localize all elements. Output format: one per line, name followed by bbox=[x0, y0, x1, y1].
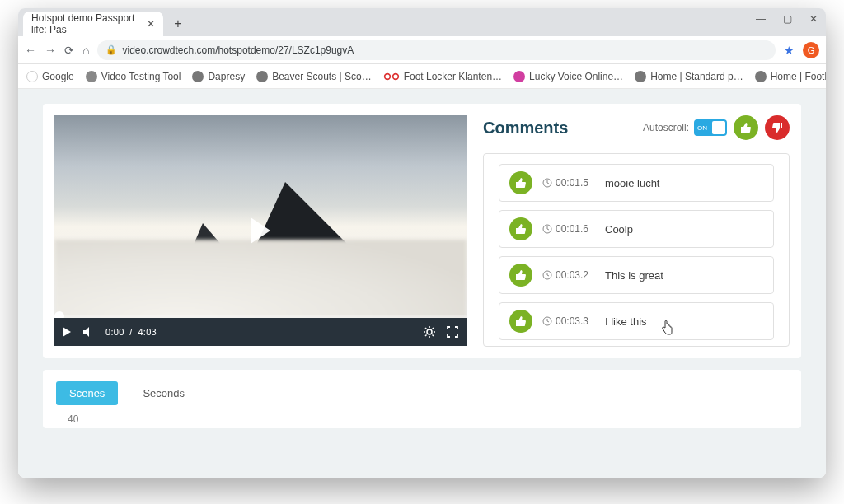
bookmark-item[interactable]: Dapresy bbox=[192, 71, 245, 82]
favicon-icon bbox=[192, 71, 204, 82]
bookmark-label: Google bbox=[42, 71, 74, 82]
scenes-tabs: Scenes Seconds bbox=[56, 381, 788, 405]
window-controls: — ▢ ✕ bbox=[755, 13, 819, 25]
timestamp-text: 00:03.3 bbox=[556, 315, 588, 327]
bookmarks-bar: Google Video Testing Tool Dapresy Beaver… bbox=[18, 64, 826, 89]
comment-item[interactable]: 00:01.6 Coolp bbox=[499, 210, 774, 248]
bookmark-label: Foot Locker Klanten… bbox=[404, 71, 502, 82]
current-time: 0:00 bbox=[106, 327, 124, 337]
forward-icon[interactable]: → bbox=[45, 44, 56, 57]
svg-line-8 bbox=[425, 328, 427, 329]
thumbs-up-icon bbox=[740, 122, 752, 133]
comment-text: mooie lucht bbox=[605, 177, 659, 189]
thumbs-up-icon bbox=[515, 315, 527, 327]
bookmark-item[interactable]: Foot Locker Klanten… bbox=[383, 71, 502, 82]
bookmark-item[interactable]: Google bbox=[26, 71, 74, 82]
cursor-pointer-icon bbox=[661, 320, 673, 338]
bookmark-label: Lucky Voice Online… bbox=[529, 71, 623, 82]
address-bar: ← → ⟳ ⌂ 🔒 video.crowdtech.com/hotspotdem… bbox=[18, 36, 826, 64]
tab-scenes[interactable]: Scenes bbox=[56, 381, 118, 405]
favicon-icon bbox=[635, 71, 646, 82]
bookmark-item[interactable]: Home | Footlocker… bbox=[755, 71, 826, 82]
play-icon bbox=[251, 217, 270, 244]
axis-value: 40 bbox=[68, 413, 788, 425]
tab-seconds[interactable]: Seconds bbox=[129, 381, 198, 405]
timestamp-text: 00:03.2 bbox=[556, 269, 588, 281]
timestamp-text: 00:01.6 bbox=[556, 223, 588, 235]
clock-icon bbox=[542, 270, 552, 280]
bookmark-item[interactable]: Video Testing Tool bbox=[86, 71, 181, 82]
video-frame bbox=[54, 115, 467, 318]
comment-timestamp: 00:01.6 bbox=[542, 223, 595, 235]
favicon-icon bbox=[256, 71, 268, 82]
sentiment-badge bbox=[509, 217, 532, 240]
play-button-icon[interactable] bbox=[63, 327, 71, 337]
cloud-shape bbox=[54, 240, 467, 318]
browser-tab[interactable]: Hotspot demo Passport life: Pas ✕ bbox=[23, 12, 163, 36]
profile-avatar[interactable]: G bbox=[803, 42, 819, 58]
close-window-icon[interactable]: ✕ bbox=[808, 13, 819, 25]
reload-icon[interactable]: ⟳ bbox=[64, 44, 74, 57]
tab-title: Hotspot demo Passport life: Pas bbox=[31, 12, 140, 35]
svg-line-11 bbox=[425, 335, 427, 337]
comment-text: Coolp bbox=[605, 223, 633, 236]
bookmark-item[interactable]: Home | Standard p… bbox=[635, 71, 743, 82]
sentiment-badge bbox=[509, 264, 532, 287]
settings-gear-icon[interactable] bbox=[424, 326, 435, 338]
comment-text: This is great bbox=[605, 269, 663, 282]
svg-point-0 bbox=[384, 73, 390, 79]
new-tab-button[interactable]: + bbox=[168, 14, 188, 34]
favicon-icon bbox=[513, 71, 525, 82]
comment-item[interactable]: 00:01.5 mooie lucht bbox=[499, 164, 774, 202]
time-display: 0:00 / 4:03 bbox=[106, 327, 157, 337]
fullscreen-icon[interactable] bbox=[447, 326, 458, 338]
back-icon[interactable]: ← bbox=[25, 44, 36, 57]
url-input[interactable]: 🔒 video.crowdtech.com/hotspotdemo/27/LSZ… bbox=[97, 40, 776, 60]
clock-icon bbox=[542, 178, 552, 188]
lock-icon: 🔒 bbox=[106, 44, 117, 55]
scenes-panel: Scenes Seconds 40 bbox=[43, 370, 801, 428]
tab-strip: Hotspot demo Passport life: Pas ✕ + — ▢ … bbox=[18, 8, 826, 36]
video-controls: 0:00 / 4:03 bbox=[54, 318, 467, 346]
comment-timestamp: 00:03.2 bbox=[542, 269, 595, 281]
autoscroll-toggle[interactable]: ON bbox=[694, 119, 727, 136]
home-icon[interactable]: ⌂ bbox=[82, 44, 89, 57]
comment-timestamp: 00:01.5 bbox=[542, 177, 595, 189]
url-text: video.crowdtech.com/hotspotdemo/27/LSZc1… bbox=[122, 44, 354, 56]
duration: 4:03 bbox=[138, 327, 157, 337]
browser-window: Hotspot demo Passport life: Pas ✕ + — ▢ … bbox=[18, 8, 826, 478]
bookmark-label: Beaver Scouts | Sco… bbox=[272, 71, 372, 82]
volume-icon[interactable] bbox=[82, 326, 94, 338]
bookmark-star-icon[interactable]: ★ bbox=[784, 44, 795, 57]
toggle-state-label: ON bbox=[697, 124, 707, 132]
comments-header: Comments Autoscroll: ON bbox=[483, 115, 790, 140]
timestamp-text: 00:01.5 bbox=[556, 177, 588, 189]
bookmark-label: Dapresy bbox=[208, 71, 245, 82]
svg-line-9 bbox=[433, 335, 434, 337]
sentiment-badge bbox=[509, 310, 532, 333]
close-tab-icon[interactable]: ✕ bbox=[147, 18, 155, 30]
bookmark-item[interactable]: Lucky Voice Online… bbox=[513, 71, 623, 82]
thumbs-up-filter-button[interactable] bbox=[734, 115, 758, 140]
minimize-icon[interactable]: — bbox=[755, 13, 767, 25]
favicon-icon bbox=[383, 71, 400, 82]
comment-item[interactable]: 00:03.2 This is great bbox=[499, 256, 774, 294]
bookmark-label: Video Testing Tool bbox=[101, 71, 181, 82]
thumbs-up-icon bbox=[515, 269, 527, 281]
autoscroll-label: Autoscroll: bbox=[643, 122, 689, 133]
comments-list[interactable]: 00:01.5 mooie lucht 00:01.6 Coolp bbox=[483, 153, 790, 347]
comment-item[interactable]: 00:03.3 I like this bbox=[499, 302, 774, 340]
thumbs-up-icon bbox=[515, 177, 527, 189]
main-panel: 0:00 / 4:03 bbox=[43, 104, 801, 358]
comments-panel: Comments Autoscroll: ON bbox=[483, 115, 790, 347]
favicon-icon bbox=[755, 71, 767, 82]
maximize-icon[interactable]: ▢ bbox=[781, 13, 793, 25]
svg-point-3 bbox=[427, 329, 432, 334]
thumbs-down-filter-button[interactable] bbox=[765, 115, 790, 140]
bookmark-item[interactable]: Beaver Scouts | Sco… bbox=[256, 71, 372, 82]
comments-heading: Comments bbox=[483, 119, 568, 138]
favicon-icon bbox=[86, 71, 97, 82]
page-content: 0:00 / 4:03 bbox=[18, 89, 826, 478]
play-overlay-button[interactable] bbox=[251, 217, 270, 244]
video-player[interactable]: 0:00 / 4:03 bbox=[54, 115, 467, 346]
